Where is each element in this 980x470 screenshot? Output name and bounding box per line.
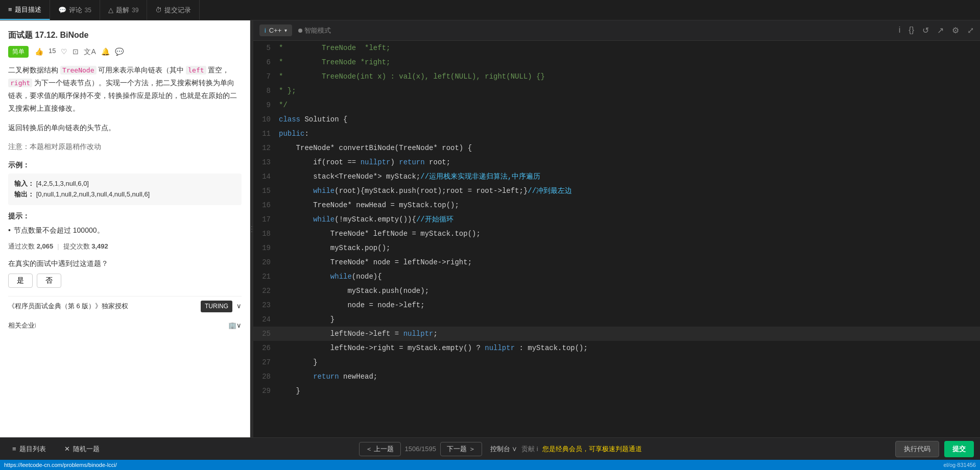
line-num-16: 16 [253,198,279,212]
language-selector[interactable]: i C++ ▾ [259,24,292,36]
code-line-23: 23 node = node->left; [253,298,980,312]
info-icon[interactable]: i [899,26,901,35]
line-content-11: public: [279,127,980,141]
line-content-24: } [279,312,980,327]
line-content-6: * TreeNode *right; [279,55,980,69]
code-editor: i C++ ▾ 智能模式 i {} ↺ ↗ ⚙ ⤢ 5 * [253,20,980,437]
mode-indicator [298,29,302,33]
tab-problem[interactable]: ≡ 题目描述 [0,0,50,20]
toolbar-icons: i {} ↺ ↗ ⚙ ⤢ [899,26,974,35]
hint-item: • 节点数量不会超过 100000。 [8,225,242,236]
right-code: right [8,79,32,87]
code-area[interactable]: 5 * TreeNode *left; 6 * TreeNode *right;… [253,41,980,437]
tab-solution[interactable]: △ 题解 39 [100,0,147,20]
line-content-8: * }; [279,84,980,98]
code-line-24: 24 } [253,312,980,327]
survey-yes-button[interactable]: 是 [8,274,33,288]
code-line-18: 18 TreeNode* leftNode = myStack.top(); [253,227,980,241]
tab-submission[interactable]: ⏱ 提交记录 [147,0,200,20]
note-text: 注意：本题相对原题稍作改动 [8,140,242,153]
code-line-20: 20 TreeNode* node = leftNode->right; [253,255,980,269]
line-num-10: 10 [253,112,279,127]
reset-icon[interactable]: ↺ [922,26,929,35]
tab-discuss[interactable]: 💬 评论 35 [50,0,100,20]
resize-dot-3 [251,231,252,232]
submit-button[interactable]: 提交 [944,441,974,457]
line-content-12: TreeNode* convertBiNode(TreeNode* root) … [279,141,980,155]
bottom-right: 执行代码 提交 [895,441,974,457]
example-label: 示例： [8,159,242,170]
line-num-18: 18 [253,227,279,241]
submission-icon: ⏱ [155,6,162,14]
line-content-14: stack<TreeNode*> myStack;//运用栈来实现非递归算法,中… [279,169,980,184]
line-num-11: 11 [253,127,279,141]
submit-count: 3,492 [91,242,108,250]
problem-list-button[interactable]: ≡ 题目列表 [6,441,52,457]
code-line-8: 8 * }; [253,84,980,98]
bottom-bar: ≡ 题目列表 ✕ 随机一题 ＜ 上一题 1506/1595 下一题 ＞ 控制台 … [0,437,980,460]
line-num-22: 22 [253,284,279,298]
line-content-7: * TreeNode(int x) : val(x), left(NULL), … [279,69,980,84]
line-num-15: 15 [253,184,279,198]
favorite-icon[interactable]: ♡ [61,46,67,57]
code-line-29: 29 } [253,384,980,398]
line-content-19: myStack.pop(); [279,241,980,255]
line-content-5: * TreeNode *left; [279,41,980,55]
line-num-6: 6 [253,55,279,69]
lang-icon: i [265,27,266,34]
code-line-19: 19 myStack.pop(); [253,241,980,255]
survey-no-button[interactable]: 否 [37,274,61,288]
left-code: left [186,66,206,75]
format-icon[interactable]: {} [909,26,914,35]
stats-divider: | [57,241,59,252]
random-label: 随机一题 [73,444,100,454]
line-content-13: if(root == nullptr) return root; [279,155,980,169]
line-num-20: 20 [253,255,279,269]
pass-label: 通过次数 2,065 [8,241,53,252]
bullet-icon: • [8,225,11,236]
console-button[interactable]: 控制台 ∨ [490,444,518,454]
line-content-17: while(!myStack.empty()){//开始循环 [279,212,980,227]
output-label: 输出： [14,190,34,198]
next-button[interactable]: 下一题 ＞ [440,442,482,456]
bell-icon[interactable]: 🔔 [101,46,110,57]
settings-icon[interactable]: ⚙ [952,26,959,35]
editor-toolbar: i C++ ▾ 智能模式 i {} ↺ ↗ ⚙ ⤢ [253,20,980,41]
line-content-16: TreeNode* newHead = myStack.top(); [279,198,980,212]
mode-badge[interactable]: 智能模式 [298,26,331,35]
survey-buttons: 是 否 [8,274,242,288]
input-label: 输入： [14,180,34,187]
line-content-22: myStack.push(node); [279,284,980,298]
expand-editor-icon[interactable]: ↗ [937,26,944,35]
submit-label: 提交次数 3,492 [63,241,108,252]
page-info: 1506/1595 [405,445,436,453]
survey-question: 在真实的面试中遇到过这道题？ [8,258,242,269]
like-icon[interactable]: 👍 [35,46,43,57]
related-info-icon: i [35,320,36,331]
line-num-13: 13 [253,155,279,169]
bottom-center: ＜ 上一题 1506/1595 下一题 ＞ 控制台 ∨ 贡献 i 您是经典会员，… [114,442,887,456]
code-line-28: 28 return newHead; [253,369,980,384]
line-num-26: 26 [253,341,279,355]
status-bar: https://leetcode-cn.com/problems/binode-… [0,460,980,470]
output-line: 输出： [0,null,1,null,2,null,3,null,4,null,… [14,189,235,200]
share-icon[interactable]: ⊡ [73,46,79,57]
tab-submission-label: 提交记录 [164,6,191,15]
random-problem-button[interactable]: ✕ 随机一题 [58,441,106,457]
line-num-12: 12 [253,141,279,155]
expand-icon[interactable]: ∨ [236,301,242,312]
fullscreen-icon[interactable]: ⤢ [967,26,974,35]
line-content-15: while(root){myStack.push(root);root = ro… [279,184,980,198]
related-expand-icon[interactable]: ∨ [236,320,242,331]
translate-icon[interactable]: 文A [84,46,95,57]
line-num-9: 9 [253,98,279,112]
prev-button[interactable]: ＜ 上一题 [359,442,401,456]
line-num-14: 14 [253,169,279,184]
problem-panel: 面试题 17.12. BiNode 简单 👍 15 ♡ ⊡ 文A 🔔 💬 二叉树… [0,20,250,437]
comment-icon[interactable]: 💬 [115,46,124,57]
execute-button[interactable]: 执行代码 [895,441,939,457]
line-content-10: class Solution { [279,112,980,127]
hint-label: 提示： [8,210,242,221]
line-content-29: } [279,384,980,398]
line-num-19: 19 [253,241,279,255]
